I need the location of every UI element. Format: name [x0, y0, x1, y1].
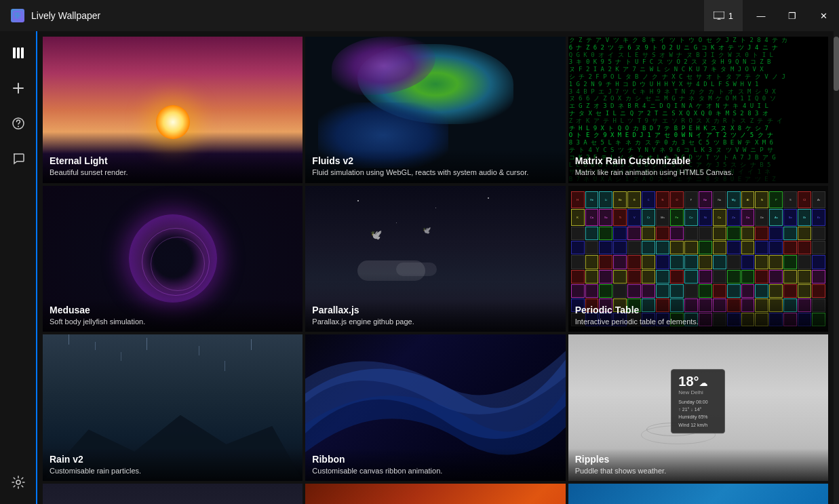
weather-city: New Delhi — [678, 389, 718, 395]
card-title-medusae: Medusae — [50, 305, 296, 315]
weather-details: Sunday 08:00↑ 21° ↓ 14°Humidity 65%Wind … — [678, 398, 718, 429]
card-desc-periodic-table: Interactive periodic table of elements. — [575, 317, 821, 326]
card-info-ripples: Ripples Puddle that shows weather. — [568, 448, 828, 481]
card-desc-ripples: Puddle that shows weather. — [575, 466, 821, 476]
card-desc-ribbon: Customisable canvas ribbon animation. — [312, 466, 558, 476]
title-bar-left: Lively Wallpaper — [11, 9, 100, 22]
card-info-periodic-table: Periodic Table Interactive periodic tabl… — [568, 299, 828, 332]
title-bar: Lively Wallpaper 1 — ❐ ✕ — [0, 0, 839, 31]
svg-rect-1 — [714, 12, 724, 18]
weather-widget: 18°☁ New Delhi Sunday 08:00↑ 21° ↓ 14°Hu… — [671, 369, 725, 433]
card-desc-parallax: Parallax.js engine github page. — [312, 317, 558, 326]
wallpaper-card-parallax[interactable]: 🕊️ 🕊️ Parallax.js Parallax.js engine git… — [305, 186, 565, 332]
card-info-ribbon: Ribbon Customisable canvas ribbon animat… — [305, 448, 565, 481]
sidebar — [0, 31, 37, 504]
maximize-button[interactable]: ❐ — [777, 0, 808, 31]
wallpaper-card-ripples[interactable]: 18°☁ New Delhi Sunday 08:00↑ 21° ↓ 14°Hu… — [568, 334, 828, 481]
wallpaper-card-ribbon[interactable]: Ribbon Customisable canvas ribbon animat… — [305, 334, 565, 481]
main-layout: Eternal Light Beautiful sunset render. F… — [0, 31, 839, 504]
card-title-matrix-rain: Matrix Rain Customizable — [575, 155, 821, 166]
card-info-parallax: Parallax.js Parallax.js engine github pa… — [305, 299, 565, 332]
sidebar-item-library[interactable] — [3, 38, 33, 68]
card-info-medusae: Medusae Soft body jellyfish simulation. — [43, 299, 303, 332]
wallpaper-card-matrix-rain[interactable]: // Will generate matrix columns via JS b… — [568, 37, 828, 183]
card-desc-fluids-v2: Fluid simulation using WebGL, reacts wit… — [312, 168, 558, 177]
card-info-matrix-rain: Matrix Rain Customizable Matrix like rai… — [568, 150, 828, 182]
scrollbar-thumb[interactable] — [834, 37, 839, 91]
wallpaper-card-eternal-light[interactable]: Eternal Light Beautiful sunset render. — [43, 37, 303, 183]
weather-temp: 18°☁ — [678, 374, 718, 389]
svg-rect-4 — [21, 47, 24, 58]
card-desc-matrix-rain: Matrix like rain animation using HTML5 C… — [575, 168, 821, 177]
sidebar-item-help[interactable] — [3, 109, 33, 138]
card-title-fluids-v2: Fluids v2 — [312, 155, 558, 166]
scrollbar-track[interactable] — [834, 31, 839, 504]
card-info-eternal-light: Eternal Light Beautiful sunset render. — [43, 150, 303, 182]
card-title-eternal-light: Eternal Light — [50, 155, 296, 166]
wallpaper-card-rain-v2[interactable]: Rain v2 Customisable rain particles. — [43, 334, 303, 481]
wallpaper-card-bottom1[interactable] — [43, 484, 303, 504]
wallpaper-grid: Eternal Light Beautiful sunset render. F… — [43, 37, 828, 504]
app-icon — [11, 9, 24, 22]
svg-point-7 — [16, 480, 20, 484]
card-info-fluids-v2: Fluids v2 Fluid simulation using WebGL, … — [305, 150, 565, 182]
monitor-count: 1 — [728, 11, 733, 21]
card-desc-rain-v2: Customisable rain particles. — [50, 466, 296, 476]
wallpaper-card-medusae[interactable]: Medusae Soft body jellyfish simulation. — [43, 186, 303, 332]
svg-point-6 — [18, 126, 19, 128]
card-title-parallax: Parallax.js — [312, 305, 558, 315]
wallpaper-card-periodic-table[interactable]: HHeLiBeBCNOFNeNaMgAlSiPSClArKCaScTiVCrMn… — [568, 186, 828, 332]
card-title-periodic-table: Periodic Table — [575, 305, 821, 315]
close-button[interactable]: ✕ — [808, 0, 839, 31]
card-desc-eternal-light: Beautiful sunset render. — [50, 168, 296, 177]
monitor-button[interactable]: 1 — [704, 0, 743, 31]
sidebar-item-settings[interactable] — [3, 467, 33, 497]
svg-rect-2 — [13, 47, 16, 58]
app-title: Lively Wallpaper — [31, 10, 100, 21]
window-controls: 1 — ❐ ✕ — [704, 0, 839, 31]
card-desc-medusae: Soft body jellyfish simulation. — [50, 317, 296, 326]
sidebar-item-feedback[interactable] — [3, 144, 33, 174]
wallpaper-card-bottom3[interactable] — [568, 484, 828, 504]
wallpaper-card-fluids-v2[interactable]: Fluids v2 Fluid simulation using WebGL, … — [305, 37, 565, 183]
card-title-rain-v2: Rain v2 — [50, 454, 296, 465]
wallpaper-content: Eternal Light Beautiful sunset render. F… — [37, 31, 834, 504]
card-title-ripples: Ripples — [575, 454, 821, 465]
minimize-button[interactable]: — — [745, 0, 777, 31]
card-title-ribbon: Ribbon — [312, 454, 558, 465]
card-info-rain-v2: Rain v2 Customisable rain particles. — [43, 448, 303, 481]
sidebar-item-add[interactable] — [3, 73, 33, 103]
svg-rect-3 — [17, 47, 20, 58]
wallpaper-card-bottom2[interactable] — [305, 484, 565, 504]
